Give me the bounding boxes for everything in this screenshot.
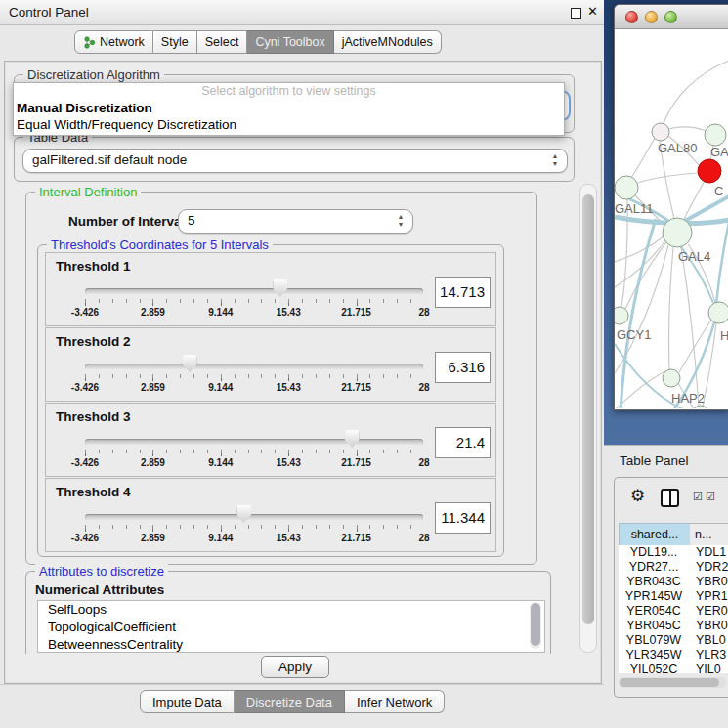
network-node[interactable] xyxy=(708,302,728,323)
threshold-3-value-box[interactable]: 21.4 xyxy=(435,427,491,458)
tab-jactivemnodules[interactable]: jActiveMNodules xyxy=(334,30,442,54)
network-node[interactable] xyxy=(698,159,721,183)
network-edge[interactable] xyxy=(615,236,664,262)
minimize-traffic-light-icon[interactable] xyxy=(645,11,658,23)
tick-label: 21.715 xyxy=(341,307,371,318)
settings-scrollbar-thumb[interactable] xyxy=(582,194,594,624)
zoom-traffic-light-icon[interactable] xyxy=(664,11,677,23)
threshold-3-panel: Threshold 3 -3.426 2.859 9.144 15.43 21.… xyxy=(45,403,496,477)
table-row[interactable]: YBL079WYBL0 xyxy=(619,633,728,648)
column-header-shared-name[interactable]: shared... xyxy=(619,523,691,546)
threshold-1-value-box[interactable]: 14.713 xyxy=(435,277,491,308)
cell-shared-name: YDR27... xyxy=(619,560,689,575)
tick-label: 21.715 xyxy=(341,382,371,393)
network-canvas[interactable]: GAL80GACGAL11GAL4GCY1HHAP2 xyxy=(615,29,728,408)
cell-shared-name: YBR043C xyxy=(619,575,689,589)
table-horizontal-scrollbar[interactable] xyxy=(619,677,726,688)
network-node-label: GCY1 xyxy=(617,327,651,342)
dropdown-option-manual-discretization[interactable]: Manual Discretization xyxy=(14,100,564,116)
threshold-2-slider-track[interactable] xyxy=(85,364,423,370)
tab-infer-network[interactable]: Infer Network xyxy=(345,690,445,713)
table-horizontal-scrollbar-thumb[interactable] xyxy=(620,678,719,687)
cell-name: YBL0 xyxy=(689,633,726,648)
tab-network[interactable]: Network xyxy=(74,30,153,54)
tab-impute-data[interactable]: Impute Data xyxy=(140,690,235,713)
network-node[interactable] xyxy=(615,307,628,324)
threshold-4-label: Threshold 4 xyxy=(56,485,131,499)
network-node-label: C xyxy=(714,184,723,198)
network-node-label: H xyxy=(720,328,728,343)
network-node[interactable] xyxy=(692,406,709,408)
tab-select[interactable]: Select xyxy=(197,30,248,54)
bottom-divider xyxy=(0,684,604,685)
checkbox-checked-icon[interactable]: ☑ xyxy=(706,491,715,503)
tick-label: -3.426 xyxy=(71,533,99,543)
network-node[interactable] xyxy=(652,123,669,141)
dropdown-option-equal-width-frequency[interactable]: Equal Width/Frequency Discretization xyxy=(14,116,564,133)
network-node[interactable] xyxy=(663,369,680,387)
table-row[interactable]: YDL19...YDL1 xyxy=(619,545,728,560)
attributes-list-scrollbar-thumb[interactable] xyxy=(531,603,540,646)
network-edge[interactable] xyxy=(716,222,728,304)
network-window-titlebar[interactable] xyxy=(615,5,728,29)
threshold-1-label: Threshold 1 xyxy=(56,259,131,274)
threshold-3-slider-track[interactable] xyxy=(85,439,423,446)
tick-label: 28 xyxy=(418,382,429,393)
combo-stepper-icon[interactable]: ▲▼ xyxy=(395,213,407,229)
number-of-intervals-combobox[interactable]: 5 ▲▼ xyxy=(178,209,413,234)
checkbox-checked-icon[interactable]: ☑ xyxy=(693,491,703,503)
table-row[interactable]: YBR045CYBR0 xyxy=(619,619,728,633)
threshold-2-value-box[interactable]: 6.316 xyxy=(435,352,491,383)
network-edge[interactable] xyxy=(668,127,706,131)
table-row[interactable]: YPR145WYPR1 xyxy=(619,589,728,604)
network-edge[interactable] xyxy=(663,61,728,125)
numerical-attributes-list[interactable]: SelfLoops TopologicalCoefficient Between… xyxy=(37,600,545,653)
float-window-icon[interactable] xyxy=(571,8,581,19)
table-panel-window: ⚙ ☑ ☑ shared... n... YDL19...YDL1 YDR27.… xyxy=(614,477,728,698)
tick-label: 15.43 xyxy=(277,307,301,318)
tab-discretize-data[interactable]: Discretize Data xyxy=(235,690,345,713)
apply-button[interactable]: Apply xyxy=(261,656,329,678)
attributes-list-scrollbar[interactable] xyxy=(530,602,541,649)
tab-style-label: Style xyxy=(161,31,189,54)
network-node[interactable] xyxy=(615,176,638,199)
split-columns-icon[interactable] xyxy=(661,489,679,507)
bottom-tab-bar: Impute Data Discretize Data Infer Networ… xyxy=(140,690,445,713)
table-row[interactable]: YDR27...YDR2 xyxy=(619,560,728,575)
table-row[interactable]: YIL052CYIL0 xyxy=(619,663,728,673)
table-row[interactable]: YBR043CYBR0 xyxy=(619,575,728,589)
tick-label: 15.43 xyxy=(277,457,301,468)
slider-minor-ticks xyxy=(85,450,424,453)
gear-icon[interactable]: ⚙ xyxy=(630,486,645,506)
list-item-selfloops[interactable]: SelfLoops xyxy=(38,601,544,619)
table-data-combobox[interactable]: galFiltered.sif default node ▲▼ xyxy=(22,149,568,173)
tab-discretize-data-label: Discretize Data xyxy=(246,691,332,713)
column-header-name[interactable]: n... xyxy=(690,523,728,546)
table-row[interactable]: YLR345WYLR3 xyxy=(619,648,728,663)
interval-definition-group-label: Interval Definition xyxy=(35,185,141,199)
threshold-1-slider-track[interactable] xyxy=(85,288,423,295)
settings-vertical-scrollbar[interactable] xyxy=(579,184,597,653)
table-row[interactable]: YER054CYER0 xyxy=(619,604,728,619)
tick-label: 15.43 xyxy=(277,533,301,543)
threshold-3-label: Threshold 3 xyxy=(56,409,131,424)
close-icon[interactable]: ✕ xyxy=(587,4,598,19)
network-edge[interactable] xyxy=(669,247,674,369)
network-edge[interactable] xyxy=(631,138,655,178)
network-edge[interactable] xyxy=(638,173,698,183)
slider-minor-ticks xyxy=(85,299,424,303)
threshold-4-value-box[interactable]: 11.344 xyxy=(435,502,491,534)
tab-style[interactable]: Style xyxy=(153,30,197,54)
discretization-algorithm-group-label: Discretization Algorithm xyxy=(23,67,164,82)
close-traffic-light-icon[interactable] xyxy=(625,11,638,23)
threshold-4-slider-track[interactable] xyxy=(85,514,423,521)
network-node[interactable] xyxy=(663,218,692,247)
list-item-topologicalcoefficient[interactable]: TopologicalCoefficient xyxy=(38,619,544,636)
list-item-betweennesscentrality[interactable]: BetweennessCentrality xyxy=(38,636,544,653)
table-data-selected-value: galFiltered.sif default node xyxy=(32,152,187,167)
tab-cyni-toolbox[interactable]: Cyni Toolbox xyxy=(247,30,333,54)
network-node[interactable] xyxy=(705,124,726,146)
threshold-4-panel: Threshold 4 -3.426 2.859 9.144 15.43 21.… xyxy=(45,478,496,552)
combo-stepper-icon[interactable]: ▲▼ xyxy=(549,152,561,168)
tick-label: 9.144 xyxy=(208,457,233,468)
